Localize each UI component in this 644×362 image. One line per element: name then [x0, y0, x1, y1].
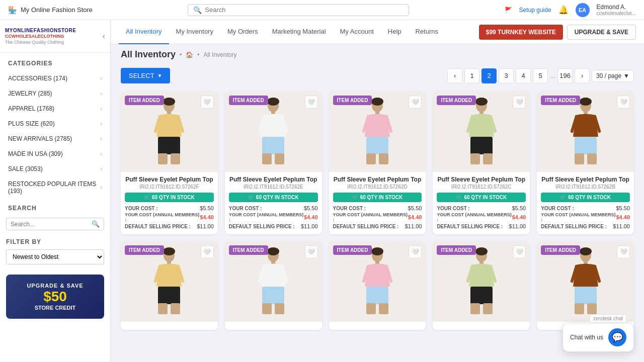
svg-rect-17 [379, 153, 388, 164]
main-layout: MYONLINEFASHIONSTORE CCWHOLESALECLOTHING… [0, 20, 644, 362]
wishlist-button[interactable]: 🤍 [305, 245, 318, 258]
cat-arrow-1: › [100, 90, 102, 97]
upgrade-save-button[interactable]: UPGRADE & SAVE [567, 25, 636, 40]
wishlist-button[interactable]: 🤍 [513, 245, 526, 258]
svg-point-13 [371, 98, 383, 106]
nav-item-my-account[interactable]: My Account [333, 20, 381, 44]
page-3-button[interactable]: 3 [499, 68, 514, 83]
nav-item-help[interactable]: Help [381, 20, 409, 44]
page-2-button[interactable]: 2 [481, 68, 497, 83]
zendesk-label: zendesk chat [590, 314, 626, 323]
store-name: My Online Fashion Store [21, 6, 93, 14]
sidebar-category-3[interactable]: PLUS SIZE (620)› [0, 116, 110, 131]
cat-arrow-3: › [100, 120, 102, 127]
brand-name: MYONLINEFASHIONSTORE [5, 27, 76, 34]
svg-rect-58 [575, 303, 584, 314]
user-info: Edmond A. ccwholesaleclot... [597, 4, 636, 16]
price-row-member: YOUR COST (ANNUAL MEMBERS) :$4.40 [333, 212, 422, 222]
svg-rect-21 [470, 137, 493, 154]
sidebar-search-input[interactable] [11, 221, 92, 228]
item-added-badge: ITEM ADDED [541, 245, 580, 255]
price-row-selling: DEFAULT SELLING PRICE :$11.00 [541, 223, 630, 229]
wishlist-button[interactable]: 🤍 [617, 245, 630, 258]
svg-point-1 [163, 98, 175, 106]
select-button[interactable]: SELECT ▼ [121, 68, 170, 83]
breadcrumb-home-icon[interactable]: 🏠 [186, 51, 193, 58]
search-bar-container: 🔍 [188, 4, 409, 16]
svg-rect-23 [483, 153, 493, 164]
svg-rect-4 [158, 153, 168, 164]
price-row-selling: DEFAULT SELLING PRICE :$11.00 [437, 223, 526, 229]
product-info: Puff Sleeve Eyelet Peplum Top IRI2.I2.IT… [329, 172, 426, 234]
item-added-badge: ITEM ADDED [437, 245, 476, 255]
product-info [225, 322, 322, 330]
sidebar-category-2[interactable]: APPAREL (1768)› [0, 101, 110, 116]
sort-filter-select[interactable]: Newest to Oldest Oldest to Newest Price:… [6, 249, 104, 264]
nav-item-marketing-material[interactable]: Marketing Material [265, 20, 333, 44]
breadcrumb-path[interactable]: All Inventory [203, 51, 236, 58]
sidebar-search-icon[interactable]: 🔍 [92, 220, 100, 228]
page-196-button[interactable]: 196 [557, 68, 573, 83]
chat-widget[interactable]: zendesk chat Chat with us 💬 [562, 323, 634, 352]
search-input[interactable] [205, 6, 404, 14]
page-1-button[interactable]: 1 [464, 68, 479, 83]
chat-label: Chat with us [570, 334, 603, 341]
nav-item-returns[interactable]: Returns [409, 20, 446, 44]
wishlist-button[interactable]: 🤍 [409, 245, 422, 258]
page-4-button[interactable]: 4 [516, 68, 531, 83]
cat-label-3: PLUS SIZE (620) [8, 120, 55, 127]
svg-point-55 [580, 247, 592, 255]
svg-rect-27 [575, 137, 597, 154]
promo-banner[interactable]: UPGRADE & SAVE $50 STORE CREDIT [6, 275, 104, 319]
sidebar-category-0[interactable]: ACCESSORIES (174)› [0, 71, 110, 86]
sidebar-category-6[interactable]: SALE (3053)› [0, 161, 110, 176]
svg-rect-41 [275, 303, 284, 314]
wishlist-button[interactable]: 🤍 [513, 96, 526, 109]
price-row-cost: YOUR COST :$5.50 [437, 205, 526, 211]
svg-rect-22 [470, 153, 480, 164]
content-area: All InventoryMy InventoryMy OrdersMarket… [111, 20, 644, 362]
nav-item-all-inventory[interactable]: All Inventory [119, 20, 169, 44]
turnkey-website-button[interactable]: $99 TURNKEY WEBSITE [479, 25, 563, 40]
svg-rect-46 [366, 303, 376, 314]
svg-point-19 [475, 98, 488, 106]
svg-rect-59 [587, 303, 597, 314]
price-row-member: YOUR COST (ANNUAL MEMBERS) :$4.40 [229, 212, 318, 222]
prev-page-button[interactable]: ‹ [447, 68, 462, 83]
wishlist-button[interactable]: 🤍 [201, 245, 214, 258]
setup-guide-link[interactable]: Setup guide [519, 7, 551, 14]
item-added-badge: ITEM ADDED [229, 245, 268, 255]
sidebar-logo: MYONLINEFASHIONSTORE CCWHOLESALECLOTHING… [0, 20, 110, 53]
nav-item-my-orders[interactable]: My Orders [220, 20, 265, 44]
sidebar-category-5[interactable]: MADE IN USA (309)› [0, 146, 110, 161]
per-page-selector[interactable]: 30 / page ▼ [592, 70, 634, 82]
product-card: ITEM ADDED 🤍 [433, 241, 530, 330]
svg-rect-28 [575, 153, 584, 164]
item-added-badge: ITEM ADDED [125, 96, 164, 105]
wishlist-button[interactable]: 🤍 [201, 96, 214, 109]
sidebar-category-1[interactable]: JEWELRY (285)› [0, 86, 110, 101]
nav-item-my-inventory[interactable]: My Inventory [169, 20, 220, 44]
svg-rect-51 [470, 287, 493, 304]
sidebar-search-section: 🔍 [0, 215, 110, 233]
next-page-button[interactable]: › [575, 68, 590, 83]
logo-sub: CCWHOLESALECLOTHING [5, 34, 76, 40]
qty-badge: 🛒60 QTY IN STOCK [229, 193, 318, 202]
product-card: ITEM ADDED 🤍 [225, 241, 322, 330]
sidebar-category-7[interactable]: RESTOCKED POPULAR ITEMS (193)› [0, 176, 110, 199]
page-5-button[interactable]: 5 [533, 68, 548, 83]
svg-rect-39 [262, 287, 284, 304]
wishlist-button[interactable]: 🤍 [409, 96, 422, 109]
sidebar-category-4[interactable]: NEW ARRIVALS (2785)› [0, 131, 110, 146]
product-grid: ITEM ADDED 🤍 Puf [111, 86, 644, 340]
cat-label-6: SALE (3053) [8, 165, 43, 172]
notification-bell-icon[interactable]: 🔔 [558, 5, 569, 15]
product-sku: IRI2.I2.IT91612.ID.57262D [333, 184, 422, 190]
product-info: Puff Sleeve Eyelet Peplum Top IRI2.I2.IT… [225, 172, 322, 234]
product-info: Puff Sleeve Eyelet Peplum Top IRI2.I2.IT… [537, 172, 634, 234]
collapse-sidebar-button[interactable]: ‹ [103, 32, 105, 41]
toolbar: SELECT ▼ ‹ 1 2 3 4 5 ... 196 › 30 / page… [111, 65, 644, 86]
wishlist-button[interactable]: 🤍 [617, 96, 630, 109]
wishlist-button[interactable]: 🤍 [305, 96, 318, 109]
user-email: ccwholesaleclot... [597, 11, 636, 16]
